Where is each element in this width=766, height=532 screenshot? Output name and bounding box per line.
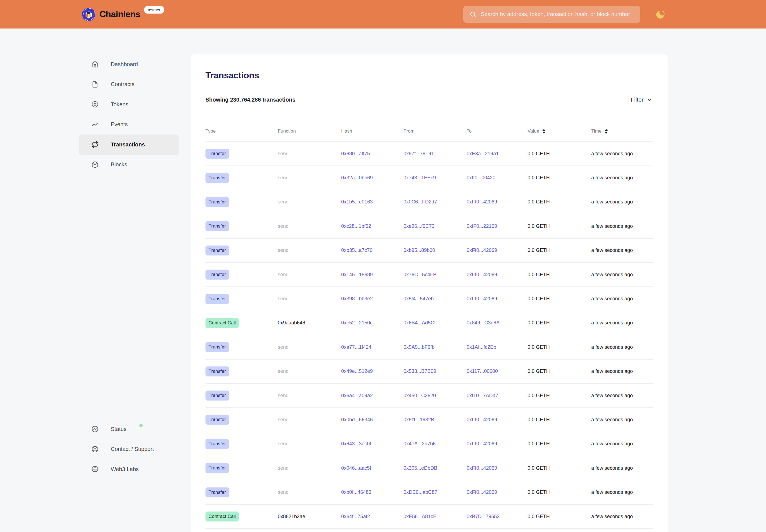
tx-time: a few seconds ago bbox=[591, 441, 653, 447]
moon-icon bbox=[656, 9, 666, 19]
tx-to-link[interactable]: 0xff0...00420 bbox=[467, 175, 496, 180]
tx-hash-link[interactable]: 0x145...15689 bbox=[341, 272, 373, 277]
tx-to-link[interactable]: 0xFf0...42069 bbox=[467, 417, 497, 422]
sidebar-item-blocks[interactable]: Blocks bbox=[79, 155, 179, 175]
tx-value: 0.0 GETH bbox=[528, 272, 591, 278]
tx-from-link[interactable]: 0x305...eDbDB bbox=[404, 465, 437, 471]
tx-hash-link[interactable]: 0xe52...2150c bbox=[341, 320, 372, 326]
search-input[interactable] bbox=[481, 6, 640, 23]
tx-hash-link[interactable]: 0x1b5...e0163 bbox=[341, 199, 373, 205]
tx-value: 0.0 GETH bbox=[528, 393, 591, 399]
tx-hash-link[interactable]: 0x046...aac5f bbox=[341, 465, 371, 471]
status-indicator-dot bbox=[139, 424, 143, 427]
tx-from-link[interactable]: 0xb95...89b00 bbox=[404, 247, 435, 253]
tx-hash-link[interactable]: 0x843...3ec0f bbox=[341, 441, 371, 446]
sidebar-item-label: Dashboard bbox=[111, 61, 138, 68]
global-search bbox=[463, 6, 640, 23]
tx-time: a few seconds ago bbox=[591, 489, 653, 495]
sidebar-item-status[interactable]: Status bbox=[79, 419, 179, 439]
tx-from-link[interactable]: 0x450...C2620 bbox=[404, 393, 436, 398]
tx-from-link[interactable]: 0x97f...78F91 bbox=[404, 151, 434, 156]
tx-to-link[interactable]: 0x849...C3d8A bbox=[467, 320, 500, 326]
tx-from-link[interactable]: 0x4eA...2b7b6 bbox=[404, 441, 436, 446]
column-header-type: Type bbox=[205, 128, 278, 134]
tx-hash-link[interactable]: 0x32a...0bb69 bbox=[341, 175, 373, 180]
tx-type-badge: Transfer bbox=[205, 173, 229, 183]
sidebar-footer: Status Contact / Support Web3 Labs bbox=[79, 419, 179, 479]
tx-to-link[interactable]: 0xf10...7ADa7 bbox=[467, 393, 498, 398]
tx-to-link[interactable]: 0x1Af...fc2Eb bbox=[467, 344, 496, 350]
sidebar-nav: Dashboard Contracts Tokens Events bbox=[79, 54, 179, 175]
tx-hash-link[interactable]: 0xb35...a7c70 bbox=[341, 247, 372, 253]
brand-link[interactable]: Chainlens testnet bbox=[82, 0, 164, 29]
filter-button[interactable]: Filter bbox=[631, 96, 653, 103]
tx-value: 0.0 GETH bbox=[528, 296, 591, 302]
tx-hash-link[interactable]: 0x64f...75af2 bbox=[341, 514, 370, 519]
column-header-time-sort[interactable]: Time bbox=[591, 128, 653, 134]
tx-to-link[interactable]: 0xFf0...42069 bbox=[467, 272, 497, 277]
tx-to-link[interactable]: 0x117...00000 bbox=[467, 368, 498, 374]
transactions-count-summary: Showing 230,764,286 transactions bbox=[205, 96, 295, 103]
tx-function: send bbox=[278, 272, 341, 278]
table-row: Transfer send 0x32a...0bb69 0x743...1EEc… bbox=[205, 166, 653, 190]
tx-hash-link[interactable]: 0xc28...1bf92 bbox=[341, 223, 371, 229]
tx-to-link[interactable]: 0xFf0...42069 bbox=[467, 199, 497, 205]
tx-from-link[interactable]: 0xe96...f6C73 bbox=[404, 223, 435, 229]
tx-function: send bbox=[278, 393, 341, 399]
sidebar-item-events[interactable]: Events bbox=[79, 115, 179, 135]
table-row: Transfer send 0xb35...a7c70 0xb95...89b0… bbox=[205, 239, 653, 263]
tx-hash-link[interactable]: 0xb0f...46483 bbox=[341, 489, 371, 495]
tx-from-link[interactable]: 0x5f1...1932B bbox=[404, 417, 434, 422]
tx-function: send bbox=[278, 151, 341, 157]
tx-function: send bbox=[278, 344, 341, 350]
tx-from-link[interactable]: 0x9A9...bF6fb bbox=[404, 344, 435, 350]
tx-type-badge: Transfer bbox=[205, 221, 229, 231]
table-row: Transfer send 0x046...aac5f 0x305...eDbD… bbox=[205, 456, 653, 480]
sort-icon bbox=[605, 129, 608, 134]
cube-icon bbox=[91, 161, 99, 168]
tx-to-link[interactable]: 0xfF0...22169 bbox=[467, 223, 497, 229]
tx-from-link[interactable]: 0xE58...A81cF bbox=[404, 514, 436, 519]
sidebar-item-label: Contact / Support bbox=[111, 446, 154, 452]
tx-value: 0.0 GETH bbox=[528, 223, 591, 229]
sidebar-item-web3-labs[interactable]: Web3 Labs bbox=[79, 459, 179, 479]
tx-to-link[interactable]: 0xFf0...42069 bbox=[467, 441, 497, 446]
tx-value: 0.0 GETH bbox=[528, 514, 591, 520]
tx-to-link[interactable]: 0xFf0...42069 bbox=[467, 489, 497, 495]
tx-value: 0.0 GETH bbox=[528, 151, 591, 157]
tx-function: send bbox=[278, 175, 341, 181]
sidebar-item-label: Web3 Labs bbox=[111, 466, 139, 472]
tx-to-link[interactable]: 0xFf0...42069 bbox=[467, 247, 497, 253]
tx-from-link[interactable]: 0x0C6...FD2d7 bbox=[404, 199, 437, 205]
tx-to-link[interactable]: 0xFf0...42069 bbox=[467, 296, 497, 301]
tx-from-link[interactable]: 0x533...B7B09 bbox=[404, 368, 436, 374]
tx-function: send bbox=[278, 199, 341, 205]
sidebar-item-contracts[interactable]: Contracts bbox=[79, 74, 179, 95]
tx-hash-link[interactable]: 0x0bd...66346 bbox=[341, 417, 373, 422]
tx-function: send bbox=[278, 417, 341, 423]
tx-hash-link[interactable]: 0xa77...1f424 bbox=[341, 344, 371, 350]
tx-time: a few seconds ago bbox=[591, 393, 653, 399]
tx-hash-link[interactable]: 0x680...aff75 bbox=[341, 151, 370, 156]
tx-to-link[interactable]: 0xE3a...219a1 bbox=[467, 151, 499, 156]
tx-from-link[interactable]: 0xDE6...abC87 bbox=[404, 489, 437, 495]
tx-to-link[interactable]: 0xB7D...79553 bbox=[467, 514, 500, 519]
tx-from-link[interactable]: 0x5f4...547eb bbox=[404, 296, 434, 301]
brand-name: Chainlens bbox=[99, 9, 140, 19]
table-row: Transfer send 0xa77...1f424 0x9A9...bF6f… bbox=[205, 335, 653, 359]
sidebar-item-transactions[interactable]: Transactions bbox=[79, 135, 179, 155]
sidebar-item-contact-support[interactable]: Contact / Support bbox=[79, 439, 179, 459]
sidebar-item-tokens[interactable]: Tokens bbox=[79, 94, 179, 115]
tx-to-link[interactable]: 0xFf0...42069 bbox=[467, 465, 497, 471]
table-row: Transfer send 0x398...bb3e2 0x5f4...547e… bbox=[205, 287, 653, 311]
tx-from-link[interactable]: 0x76C...5c4FB bbox=[404, 272, 437, 277]
tx-hash-link[interactable]: 0x398...bb3e2 bbox=[341, 296, 373, 301]
home-icon bbox=[91, 61, 99, 68]
sidebar-item-dashboard[interactable]: Dashboard bbox=[79, 54, 179, 74]
tx-hash-link[interactable]: 0x6a4...a09a2 bbox=[341, 393, 373, 398]
tx-hash-link[interactable]: 0x49e...512e9 bbox=[341, 368, 373, 374]
column-header-value-sort[interactable]: Value bbox=[528, 128, 591, 134]
dark-mode-toggle[interactable] bbox=[655, 9, 666, 20]
tx-from-link[interactable]: 0x743...1EEc9 bbox=[404, 175, 436, 180]
tx-from-link[interactable]: 0x6B4...Ad5CF bbox=[404, 320, 437, 326]
